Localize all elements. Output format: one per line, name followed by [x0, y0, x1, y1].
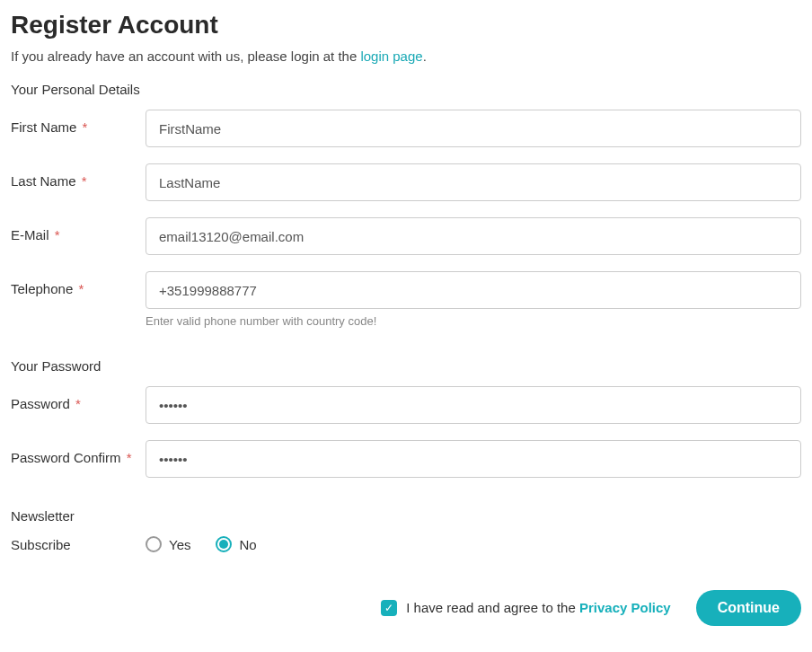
intro-suffix: . [423, 48, 427, 64]
label-email-text: E-Mail [11, 227, 49, 242]
section-personal-details: Your Personal Details [11, 82, 801, 97]
required-mark: * [82, 173, 87, 189]
continue-button[interactable]: Continue [696, 590, 801, 626]
telephone-help-text: Enter valid phone number with country co… [146, 314, 801, 328]
required-mark: * [83, 119, 88, 135]
page-title: Register Account [11, 11, 801, 40]
agree-text: I have read and agree to the Privacy Pol… [406, 600, 670, 615]
section-password: Your Password [11, 358, 801, 374]
radio-icon-unchecked [146, 536, 162, 552]
telephone-input[interactable] [146, 271, 801, 309]
email-input[interactable] [146, 217, 801, 255]
required-mark: * [55, 227, 60, 242]
label-last-name-text: Last Name [11, 173, 76, 189]
label-password-confirm-text: Password Confirm [11, 450, 121, 465]
password-input[interactable] [146, 386, 801, 424]
label-email: E-Mail * [11, 217, 146, 244]
login-page-link[interactable]: login page [360, 48, 422, 64]
first-name-input[interactable] [146, 110, 801, 147]
radio-icon-checked [216, 536, 232, 552]
label-telephone-text: Telephone [11, 281, 73, 296]
section-newsletter: Newsletter [11, 508, 801, 524]
intro-text: If you already have an account with us, … [11, 48, 801, 64]
agree-checkbox[interactable]: ✓ [381, 600, 397, 616]
subscribe-no-label: No [239, 537, 256, 552]
label-first-name: First Name * [11, 110, 146, 137]
required-mark: * [127, 450, 132, 465]
label-password-confirm: Password Confirm * [11, 440, 146, 467]
subscribe-no-option[interactable]: No [216, 536, 256, 552]
label-subscribe: Subscribe [11, 536, 146, 554]
required-mark: * [78, 281, 84, 296]
label-last-name: Last Name * [11, 163, 146, 190]
intro-prefix: If you already have an account with us, … [11, 48, 360, 64]
check-icon: ✓ [384, 602, 393, 614]
required-mark: * [75, 396, 81, 411]
agree-prefix: I have read and agree to the [406, 600, 579, 615]
subscribe-yes-option[interactable]: Yes [146, 536, 190, 552]
last-name-input[interactable] [146, 163, 801, 201]
label-password: Password * [11, 386, 146, 413]
label-password-text: Password [11, 396, 70, 411]
password-confirm-input[interactable] [146, 440, 801, 478]
label-telephone: Telephone * [11, 271, 146, 298]
privacy-policy-link[interactable]: Privacy Policy [579, 600, 671, 615]
label-first-name-text: First Name [11, 119, 76, 135]
subscribe-yes-label: Yes [169, 537, 190, 552]
